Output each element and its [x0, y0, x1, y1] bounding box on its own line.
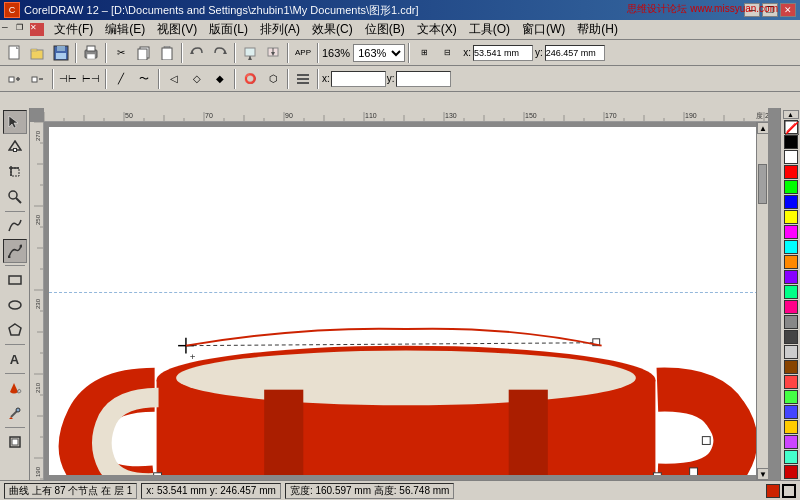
- color-swatch-lightgreen[interactable]: [784, 390, 798, 404]
- tool-separator-3: [5, 344, 25, 345]
- palette-scroll-up-button[interactable]: ▲: [783, 110, 799, 119]
- svg-point-49: [176, 351, 636, 406]
- menu-item-bitmaps[interactable]: 位图(B): [359, 19, 411, 40]
- y-input[interactable]: [545, 45, 605, 61]
- node-join-button[interactable]: ⊣⊢: [57, 68, 79, 90]
- color-swatch-darkgray[interactable]: [784, 330, 798, 344]
- application-launcher-button[interactable]: APP: [292, 42, 314, 64]
- color-swatch-lime[interactable]: [784, 180, 798, 194]
- new-button[interactable]: [4, 42, 26, 64]
- color-swatch-gold[interactable]: [784, 420, 798, 434]
- menu-item-view[interactable]: 视图(V): [151, 19, 203, 40]
- color-swatch-lightred[interactable]: [784, 375, 798, 389]
- zoom-select[interactable]: 163% 200% 100% 50%: [353, 44, 405, 62]
- zoom-tool[interactable]: [3, 185, 27, 209]
- doc-minimize-button[interactable]: ─: [2, 23, 16, 36]
- crop-tool[interactable]: [3, 160, 27, 184]
- menu-item-effects[interactable]: 效果(C): [306, 19, 359, 40]
- print-button[interactable]: [80, 42, 102, 64]
- eyedropper-tool[interactable]: [3, 401, 27, 425]
- color-swatch-mint[interactable]: [784, 450, 798, 464]
- status-curve-info: 曲线 上有 87 个节点 在 层 1: [9, 484, 132, 498]
- select-tool[interactable]: [3, 110, 27, 134]
- text-tool[interactable]: A: [3, 347, 27, 371]
- stretch-nodes-button[interactable]: ⬡: [262, 68, 284, 90]
- node-cusp-button[interactable]: ◁: [163, 68, 185, 90]
- color-swatch-lightblue[interactable]: [784, 405, 798, 419]
- node-to-line-button[interactable]: ╱: [110, 68, 132, 90]
- no-color-swatch[interactable]: [784, 120, 798, 134]
- color-swatch-purple[interactable]: [784, 270, 798, 284]
- svg-rect-20: [9, 77, 14, 82]
- color-swatch-brown[interactable]: [784, 360, 798, 374]
- outline-tool[interactable]: [3, 430, 27, 454]
- color-swatch-red[interactable]: [784, 165, 798, 179]
- canvas-area: +: [30, 108, 780, 480]
- align-nodes-button[interactable]: [292, 68, 314, 90]
- menu-item-file[interactable]: 文件(F): [48, 19, 99, 40]
- snap-to-grid-button[interactable]: ⊞: [413, 42, 435, 64]
- svg-marker-14: [190, 50, 194, 54]
- node-smooth-button[interactable]: ◇: [186, 68, 208, 90]
- rectangle-tool[interactable]: [3, 268, 27, 292]
- color-swatch-orange[interactable]: [784, 255, 798, 269]
- export-button[interactable]: [262, 42, 284, 64]
- color-swatch-darkred[interactable]: [784, 465, 798, 479]
- menu-item-help[interactable]: 帮助(H): [571, 19, 624, 40]
- close-button[interactable]: ✕: [780, 3, 796, 17]
- bezier-control-line: [186, 343, 597, 346]
- close-curve-button[interactable]: ⭕: [239, 68, 261, 90]
- node-to-curve-button[interactable]: 〜: [133, 68, 155, 90]
- open-button[interactable]: [27, 42, 49, 64]
- color-swatch-white[interactable]: [784, 150, 798, 164]
- color-swatch-yellow[interactable]: [784, 210, 798, 224]
- node-symmetric-button[interactable]: ◆: [209, 68, 231, 90]
- snap-to-guideline-button[interactable]: ⊟: [436, 42, 458, 64]
- toolbox: A: [0, 108, 30, 480]
- svg-rect-26: [297, 78, 309, 80]
- import-button[interactable]: [239, 42, 261, 64]
- pen-tool[interactable]: [3, 239, 27, 263]
- menu-item-window[interactable]: 窗口(W): [516, 19, 571, 40]
- copy-button[interactable]: [133, 42, 155, 64]
- node-x-input[interactable]: [331, 71, 386, 87]
- color-swatch-lightgray[interactable]: [784, 345, 798, 359]
- scroll-thumb[interactable]: [758, 164, 767, 204]
- ellipse-tool[interactable]: [3, 293, 27, 317]
- redo-button[interactable]: [209, 42, 231, 64]
- polygon-tool[interactable]: [3, 318, 27, 342]
- node-x-label: x:: [322, 73, 330, 84]
- color-swatch-cyan[interactable]: [784, 240, 798, 254]
- menu-item-arrange[interactable]: 排列(A): [254, 19, 306, 40]
- cut-button[interactable]: ✂: [110, 42, 132, 64]
- save-button[interactable]: [50, 42, 72, 64]
- doc-close-button[interactable]: ✕: [30, 23, 44, 36]
- node-add-button[interactable]: [4, 68, 26, 90]
- color-swatch-teal[interactable]: [784, 285, 798, 299]
- node-y-input[interactable]: [396, 71, 451, 87]
- undo-button[interactable]: [186, 42, 208, 64]
- menu-item-layout[interactable]: 版面(L): [203, 19, 254, 40]
- paste-button[interactable]: [156, 42, 178, 64]
- fill-tool[interactable]: [3, 376, 27, 400]
- menu-item-tools[interactable]: 工具(O): [463, 19, 516, 40]
- shape-tool[interactable]: [3, 135, 27, 159]
- menu-item-edit[interactable]: 编辑(E): [99, 19, 151, 40]
- scroll-down-button[interactable]: ▼: [757, 468, 768, 480]
- menu-item-text[interactable]: 文本(X): [411, 19, 463, 40]
- tool-separator-2: [5, 265, 25, 266]
- color-swatch-pink[interactable]: [784, 300, 798, 314]
- x-input[interactable]: [473, 45, 533, 61]
- color-swatch-violet[interactable]: [784, 435, 798, 449]
- node-break-button[interactable]: ⊢⊣: [80, 68, 102, 90]
- node-delete-button[interactable]: [27, 68, 49, 90]
- doc-restore-button[interactable]: ❐: [16, 23, 30, 36]
- scroll-up-button[interactable]: ▲: [757, 122, 768, 134]
- drawing-canvas[interactable]: +: [44, 122, 768, 480]
- toolbar-separator-3: [181, 43, 183, 63]
- color-swatch-blue[interactable]: [784, 195, 798, 209]
- color-swatch-gray[interactable]: [784, 315, 798, 329]
- freehand-tool[interactable]: [3, 214, 27, 238]
- color-swatch-magenta[interactable]: [784, 225, 798, 239]
- color-swatch-black[interactable]: [784, 135, 798, 149]
